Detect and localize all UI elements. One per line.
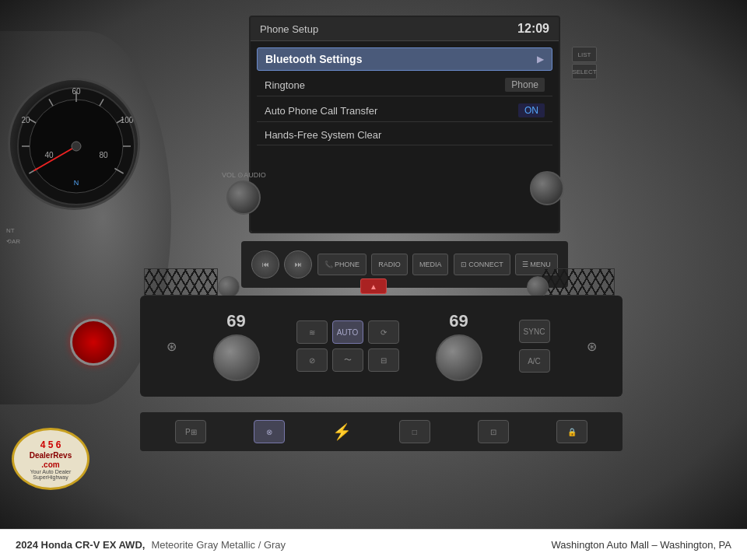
dealer-info-right: Washington Auto Mall – Washington, PA <box>552 539 731 551</box>
dealer-logo: 4 5 6 DealerRevs .com Your Auto Dealer S… <box>12 428 89 490</box>
dashboard-photo: 20 60 100 40 80 N NT ⟲AR Pho <box>0 0 747 529</box>
car-model-title: 2024 Honda CR-V EX AWD, <box>16 539 145 551</box>
infotainment-screen: Phone Setup 12:09 Bluetooth Settings ▶ R… <box>249 16 560 233</box>
ac-button[interactable]: A/C <box>519 349 550 373</box>
left-seat-heat: ⊛ <box>167 339 177 354</box>
usb-port-icon: ⚡ <box>332 422 352 441</box>
svg-text:60: 60 <box>72 87 81 96</box>
fan-mode-row: ≋ AUTO ⟳ <box>296 320 399 344</box>
phone-setup-title: Phone Setup <box>260 23 318 35</box>
select-button[interactable]: SELECT <box>572 64 597 79</box>
wireless-charge-button[interactable]: □ <box>399 420 430 443</box>
next-track-button[interactable]: ⏭ <box>284 250 312 278</box>
auto-climate-button[interactable]: AUTO <box>332 320 363 344</box>
right-seat-heat: ⊛ <box>587 339 597 354</box>
vol-label: VOL ⊙AUDIO <box>222 171 266 179</box>
radio-button[interactable]: RADIO <box>371 254 408 275</box>
sync-button[interactable]: SYNC <box>519 320 550 343</box>
media-button[interactable]: MEDIA <box>412 254 449 275</box>
list-button[interactable]: LIST <box>572 47 597 62</box>
center-climate-icons: ≋ AUTO ⟳ ⊘ 〜 ⊟ <box>296 320 399 372</box>
svg-text:20: 20 <box>21 116 30 124</box>
screen-body: Bluetooth Settings ▶ Ringtone Phone Auto… <box>251 41 559 232</box>
fan-speed-button[interactable]: 〜 <box>332 348 363 372</box>
bluetooth-settings-label: Bluetooth Settings <box>265 53 362 65</box>
climate-controls: ⊛ 69 ≋ AUTO ⟳ ⊘ 〜 ⊟ 69 SYNC <box>140 296 622 397</box>
svg-text:N: N <box>74 179 79 187</box>
dealer-logo-com: .com <box>41 460 59 469</box>
select-knob[interactable] <box>530 171 564 205</box>
ringtone-row[interactable]: Ringtone Phone <box>257 74 552 96</box>
rear-defrost[interactable]: ⊟ <box>368 348 399 372</box>
right-vent-knob[interactable] <box>527 276 549 298</box>
defrost-row: ⊘ 〜 ⊟ <box>296 348 399 372</box>
bottom-info-bar: 2024 Honda CR-V EX AWD, Meteorite Gray M… <box>0 529 747 560</box>
left-vent-knob[interactable] <box>218 276 240 298</box>
auto-phone-value: ON <box>518 103 545 117</box>
ringtone-value: Phone <box>505 78 545 92</box>
heated-steering-button[interactable]: ⊗ <box>254 420 285 443</box>
phone-button[interactable]: 📞 PHONE <box>317 254 367 275</box>
speedometer: 20 60 100 40 80 N <box>8 78 140 210</box>
engine-start-button[interactable] <box>70 319 117 366</box>
bluetooth-arrow-icon: ▶ <box>537 54 544 65</box>
dealer-logo-sub: Your Auto Dealer SuperHighway <box>14 469 87 480</box>
hands-free-clear-row[interactable]: Hands-Free System Clear <box>257 125 552 145</box>
left-temp-control: 69 <box>213 311 260 381</box>
windshield-defrost[interactable]: ⊘ <box>296 348 328 372</box>
volume-knob[interactable] <box>226 180 261 215</box>
power-outlet-button[interactable]: ⊡ <box>478 420 509 443</box>
car-info-left: 2024 Honda CR-V EX AWD, Meteorite Gray M… <box>16 539 286 551</box>
car-color-spec: Meteorite Gray Metallic / Gray <box>151 539 286 551</box>
hands-free-label: Hands-Free System Clear <box>265 129 381 141</box>
door-unlock-button[interactable]: 🔒 <box>556 420 587 443</box>
park-assist-button[interactable]: P⊞ <box>175 420 206 443</box>
media-controls: ⏮ ⏭ 📞 PHONE RADIO MEDIA ⊡ CONNECT ☰ MENU <box>241 241 568 288</box>
left-vent <box>144 268 218 296</box>
auto-phone-label: Auto Phone Call Transfer <box>265 105 377 117</box>
list-select-knob <box>530 171 564 205</box>
left-temp-knob[interactable] <box>213 334 260 381</box>
right-climate-controls: SYNC A/C <box>519 320 550 373</box>
dealer-logo-text: DealerRevs <box>30 450 72 460</box>
svg-point-17 <box>72 142 81 151</box>
recirculate-button[interactable]: ⟳ <box>368 320 399 344</box>
prev-track-button[interactable]: ⏮ <box>251 250 279 278</box>
svg-text:80: 80 <box>99 151 108 159</box>
volume-control: VOL ⊙AUDIO <box>222 171 266 215</box>
connect-button[interactable]: ⊡ CONNECT <box>454 254 510 275</box>
screen-clock: 12:09 <box>517 22 549 36</box>
svg-text:40: 40 <box>44 151 54 159</box>
right-vent <box>541 268 615 296</box>
screen-header: Phone Setup 12:09 <box>251 17 559 41</box>
bluetooth-settings-row[interactable]: Bluetooth Settings ▶ <box>257 47 552 71</box>
right-temp-knob[interactable] <box>436 334 482 381</box>
right-temp-display: 69 <box>449 311 468 331</box>
screen-side-controls: LIST SELECT <box>572 47 597 79</box>
right-temp-control: 69 <box>436 311 482 381</box>
left-temp-display: 69 <box>226 311 245 331</box>
ringtone-label: Ringtone <box>265 79 305 91</box>
hazard-button[interactable]: ▲ <box>360 278 387 294</box>
svg-text:100: 100 <box>121 116 134 124</box>
fan-mode-button[interactable]: ≋ <box>296 320 328 344</box>
auto-phone-transfer-row[interactable]: Auto Phone Call Transfer ON <box>257 100 552 122</box>
bottom-controls: P⊞ ⊗ ⚡ □ ⊡ 🔒 <box>140 412 622 451</box>
